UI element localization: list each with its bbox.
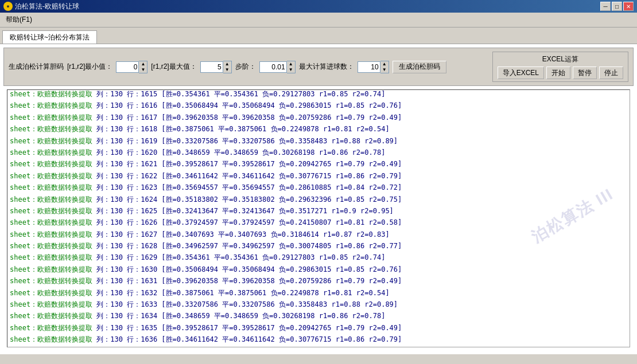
log-data: 列：130 行：1616 [胜=0.35068494 平=0.35068494 … xyxy=(92,101,402,109)
log-container: sheet：欧赔数据转换提取 列：130 行：1615 [胜=0.354361 … xyxy=(10,89,627,346)
list-item: sheet：欧赔数据转换提取 列：130 行：1627 [胜=0.3407693… xyxy=(10,229,627,240)
max-calc-label: 最大计算进球数： xyxy=(299,62,354,72)
max-calc-spinner[interactable]: ▲ ▼ xyxy=(358,61,389,73)
import-excel-button[interactable]: 导入EXCEL xyxy=(498,66,544,79)
log-label: sheet：欧赔数据转换提取 xyxy=(10,324,92,332)
list-item: sheet：欧赔数据转换提取 列：130 行：1633 [胜=0.3320758… xyxy=(10,299,627,310)
start-button[interactable]: 开始 xyxy=(546,66,570,79)
stop-button[interactable]: 停止 xyxy=(599,66,623,79)
minimize-button[interactable]: ─ xyxy=(600,2,611,11)
log-data: 列：130 行：1619 [胜=0.33207586 平=0.33207586 … xyxy=(92,137,398,145)
list-item: sheet：欧赔数据转换提取 列：130 行：1626 [胜=0.3792459… xyxy=(10,217,627,228)
list-item: sheet：欧赔数据转换提取 列：130 行：1630 [胜=0.3506849… xyxy=(10,264,627,275)
log-label: sheet：欧赔数据转换提取 xyxy=(10,253,92,261)
log-label: sheet：欧赔数据转换提取 xyxy=(10,218,92,226)
step-up-btn[interactable]: ▲ xyxy=(287,61,295,67)
max-up-btn[interactable]: ▲ xyxy=(223,61,231,67)
log-data: 列：130 行：1621 [胜=0.39528617 平=0.39528617 … xyxy=(92,160,402,168)
log-label: sheet：欧赔数据转换提取 xyxy=(10,265,92,273)
log-label: sheet：欧赔数据转换提取 xyxy=(10,90,92,98)
list-item: sheet：欧赔数据转换提取 列：130 行：1636 [胜=0.3461164… xyxy=(10,334,627,345)
gen-button[interactable]: 生成泊松胆码 xyxy=(393,61,446,73)
app-icon: ● xyxy=(3,2,13,11)
tab-main[interactable]: 欧赔转让球~泊松分布算法 xyxy=(2,30,97,44)
log-label: sheet：欧赔数据转换提取 xyxy=(10,312,92,320)
list-item: sheet：欧赔数据转换提取 列：130 行：1623 [胜=0.3569455… xyxy=(10,182,627,193)
log-label: sheet：欧赔数据转换提取 xyxy=(10,160,92,168)
step-spinner[interactable]: ▲ ▼ xyxy=(259,61,296,73)
log-area[interactable]: 泊松算法 III sheet：欧赔数据转换提取 列：130 行：1615 [胜=… xyxy=(7,89,630,347)
log-label: sheet：欧赔数据转换提取 xyxy=(10,230,92,238)
close-button[interactable]: ✕ xyxy=(623,2,634,11)
pause-button[interactable]: 暂停 xyxy=(573,66,597,79)
max-input[interactable] xyxy=(200,61,223,73)
list-item: sheet：欧赔数据转换提取 列：130 行：1634 [胜=0.348659 … xyxy=(10,310,627,322)
form-panel: 生成泊松计算胆码 [r1,r2]最小值： ▲ ▼ [r1,r2]最大值： ▲ ▼… xyxy=(3,48,634,86)
menu-help[interactable]: 帮助(F1) xyxy=(2,14,36,26)
max-down-btn[interactable]: ▼ xyxy=(223,67,231,73)
max-calc-input[interactable] xyxy=(358,61,380,73)
log-label: sheet：欧赔数据转换提取 xyxy=(10,137,92,145)
window-title: 泊松算法-欧赔转让球 xyxy=(15,2,79,11)
list-item: sheet：欧赔数据转换提取 列：130 行：1631 [胜=0.3962035… xyxy=(10,275,627,287)
log-label: sheet：欧赔数据转换提取 xyxy=(10,195,92,203)
list-item: sheet：欧赔数据转换提取 列：130 行：1615 [胜=0.354361 … xyxy=(10,89,627,100)
log-data: 列：130 行：1626 [胜=0.37924597 平=0.37924597 … xyxy=(92,218,402,226)
list-item: sheet：欧赔数据转换提取 列：130 行：1628 [胜=0.3496259… xyxy=(10,240,627,252)
log-data: 列：130 行：1632 [胜=0.3875061 平=0.3875061 负=… xyxy=(92,289,389,297)
step-label: 步阶： xyxy=(235,62,256,72)
log-label: sheet：欧赔数据转换提取 xyxy=(10,183,92,191)
log-label: sheet：欧赔数据转换提取 xyxy=(10,335,92,343)
list-item: sheet：欧赔数据转换提取 列：130 行：1620 [胜=0.348659 … xyxy=(10,147,627,158)
log-data: 列：130 行：1623 [胜=0.35694557 平=0.35694557 … xyxy=(92,183,402,191)
log-label: sheet：欧赔数据转换提取 xyxy=(10,207,92,215)
list-item: sheet：欧赔数据转换提取 列：130 行：1635 [胜=0.3952861… xyxy=(10,322,627,334)
min-up-btn[interactable]: ▲ xyxy=(139,61,147,67)
log-data: 列：130 行：1629 [胜=0.354361 平=0.354361 负=0.… xyxy=(92,253,385,261)
log-data: 列：130 行：1631 [胜=0.39620358 平=0.39620358 … xyxy=(92,277,402,285)
list-item: sheet：欧赔数据转换提取 列：130 行：1629 [胜=0.354361 … xyxy=(10,252,627,263)
log-label: sheet：欧赔数据转换提取 xyxy=(10,242,92,250)
log-label: sheet：欧赔数据转换提取 xyxy=(10,125,92,133)
list-item: sheet：欧赔数据转换提取 列：130 行：1622 [胜=0.3461164… xyxy=(10,170,627,182)
list-item: sheet：欧赔数据转换提取 列：130 行：1618 [胜=0.3875061… xyxy=(10,123,627,135)
max-value-spinner[interactable]: ▲ ▼ xyxy=(200,61,232,73)
log-label: sheet：欧赔数据转换提取 xyxy=(10,172,92,180)
log-label: sheet：欧赔数据转换提取 xyxy=(10,113,92,122)
tab-bar: 欧赔转让球~泊松分布算法 xyxy=(0,28,637,44)
list-item: sheet：欧赔数据转换提取 列：130 行：1621 [胜=0.3952861… xyxy=(10,158,627,170)
step-down-btn[interactable]: ▼ xyxy=(287,67,295,73)
log-data: 列：130 行：1633 [胜=0.33207586 平=0.33207586 … xyxy=(92,300,398,308)
log-label: sheet：欧赔数据转换提取 xyxy=(10,148,92,156)
maximize-button[interactable]: □ xyxy=(612,2,622,11)
list-item: sheet：欧赔数据转换提取 列：130 行：1632 [胜=0.3875061… xyxy=(10,287,627,299)
step-input[interactable] xyxy=(259,61,287,73)
log-data: 列：130 行：1617 [胜=0.39620358 平=0.39620358 … xyxy=(92,113,402,122)
log-data: 列：130 行：1622 [胜=0.34611642 平=0.34611642 … xyxy=(92,172,402,180)
log-data: 列：130 行：1636 [胜=0.34611642 平=0.34611642 … xyxy=(92,335,402,343)
log-data: 列：130 行：1615 [胜=0.354361 平=0.354361 负=0.… xyxy=(92,90,385,98)
log-data: 列：130 行：1628 [胜=0.34962597 平=0.34962597 … xyxy=(92,242,402,250)
list-item: sheet：欧赔数据转换提取 列：130 行：1616 [胜=0.3506849… xyxy=(10,100,627,111)
min-input[interactable] xyxy=(116,61,139,73)
log-data: 列：130 行：1635 [胜=0.39528617 平=0.39528617 … xyxy=(92,324,402,332)
log-data: 列：130 行：1624 [胜=0.35183802 平=0.35183802 … xyxy=(92,195,402,203)
excel-panel-title: EXCEL运算 xyxy=(498,54,623,64)
log-label: sheet：欧赔数据转换提取 xyxy=(10,300,92,308)
max-calc-down-btn[interactable]: ▼ xyxy=(380,67,389,73)
excel-panel: EXCEL运算 导入EXCEL 开始 暂停 停止 xyxy=(492,52,628,82)
min-down-btn[interactable]: ▼ xyxy=(139,67,147,73)
min-value-spinner[interactable]: ▲ ▼ xyxy=(116,61,147,73)
log-data: 列：130 行：1620 [胜=0.348659 平=0.348659 负=0.… xyxy=(92,148,385,156)
log-data: 列：130 行：1627 [胜=0.3407693 平=0.3407693 负=… xyxy=(92,230,389,238)
list-item: sheet：欧赔数据转换提取 列：130 行：1619 [胜=0.3320758… xyxy=(10,135,627,147)
log-data: 列：130 行：1634 [胜=0.348659 平=0.348659 负=0.… xyxy=(92,312,385,320)
log-label: sheet：欧赔数据转换提取 xyxy=(10,277,92,285)
min-label: [r1,r2]最小值： xyxy=(67,62,112,72)
log-label: sheet：欧赔数据转换提取 xyxy=(10,101,92,109)
max-calc-up-btn[interactable]: ▲ xyxy=(380,61,389,67)
menu-bar: 帮助(F1) xyxy=(0,13,637,28)
list-item: sheet：欧赔数据转换提取 列：130 行：1625 [胜=0.3241364… xyxy=(10,205,627,217)
excel-buttons: 导入EXCEL 开始 暂停 停止 xyxy=(498,66,623,79)
list-item: sheet：欧赔数据转换提取 列：130 行：1617 [胜=0.3962035… xyxy=(10,112,627,123)
